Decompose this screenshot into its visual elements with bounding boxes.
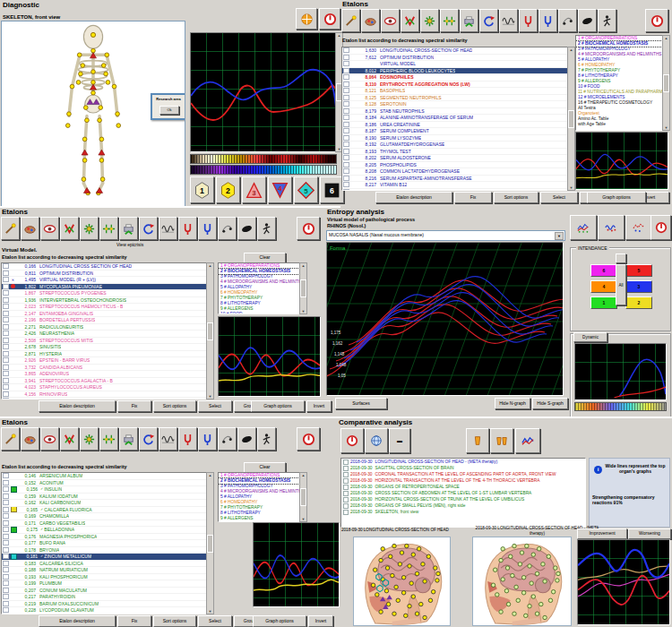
etalon-process-icon[interactable] [80,217,99,240]
row-checkbox[interactable] [343,128,349,133]
row-checkbox[interactable] [343,88,349,93]
main-graph[interactable] [190,32,337,152]
etalon-row[interactable]: 8,190SERUM LYSOZYME [342,135,567,142]
row-checkbox[interactable] [3,324,9,330]
row-checkbox[interactable] [343,168,349,174]
stop-button-comparative[interactable] [340,428,364,453]
dynamic-label-button[interactable]: Dynamic [573,332,607,342]
etalon-row[interactable]: 4,310HERPES SIMPLEX [2,398,206,399]
double-analysis-button[interactable] [490,428,513,453]
row-checkbox[interactable] [3,284,9,289]
melody-test-icon[interactable] [218,427,237,451]
row-checkbox[interactable] [3,317,9,322]
row-checkbox[interactable] [3,480,9,485]
etalon-list-bottom[interactable]: 0,146ARSENICUM ALBUM0,152ACONITUM0,156✓I… [1,472,207,614]
stop-button-top[interactable] [319,8,340,30]
filter-bean-icon[interactable] [237,217,256,240]
row-checkbox[interactable] [3,574,9,580]
graph-mode-3-button[interactable] [625,215,652,240]
etalon-row[interactable]: 2,926EPSTEIN - BARR VIRUS [2,357,206,365]
etalon-row[interactable]: 1,867STREPTOCOCCUS PYOGENES [2,290,206,297]
etalon-row[interactable]: 8,208COMMON LACTATDEHYDROGENASE [342,168,567,176]
etalon-row[interactable]: 2,508STREPTOCOCCUS MITIS [2,338,206,345]
etalon-row[interactable]: 0,228LYCOPODIUM CLAVATUM [2,607,206,614]
select-button[interactable]: Select [198,615,232,627]
head-image-after[interactable] [472,537,572,626]
group-row[interactable]: 10 # FOOD [219,312,299,314]
scale-button[interactable] [296,8,317,30]
etalon-row[interactable]: 8,205PHOSPHOLIPIDS [342,162,567,169]
stop-button-right[interactable] [650,215,671,240]
comparison-row[interactable]: 2018-09-30CORONAL TRANSACTION AT THE LEV… [341,471,585,477]
row-checkbox[interactable] [3,277,9,282]
row-checkbox[interactable] [3,271,9,276]
etalon-row[interactable]: VIRTUAL MODEL [342,61,567,68]
intendance-all-button[interactable]: All [616,264,626,305]
group-list-top[interactable]: 1 # ORGANOPREPARATIONS2 # BIOCHEMICAL HO… [575,35,663,131]
row-checkbox[interactable] [343,162,349,167]
etalon-description-button[interactable]: Etalon description [39,400,116,412]
improvement-button[interactable]: Improvement [577,528,627,539]
etalon-row[interactable]: 0,199PLUMBUM [2,580,206,588]
etalon-row[interactable]: 3,732CANDIDA ALBICANS [2,365,206,372]
row-checkbox[interactable] [3,520,9,526]
reset-icon[interactable] [139,217,158,240]
comparison-row[interactable]: 2018-09-30HORIZONTAL TRANSACTION AT THE … [341,477,585,484]
row-checkbox[interactable] [3,391,9,397]
etalon-row[interactable]: 8,110ERYTHROCYTE AGGREGATION NOS (LW) [342,82,567,89]
melody-test-icon[interactable] [558,9,577,32]
fix-button[interactable]: Fix [117,400,151,412]
comparison-row[interactable]: 2018-09-30CROSS SECTION OF ABDOMEN AT TH… [341,490,585,496]
sort-options-button[interactable]: Sort options [494,192,538,203]
graph-mode-1-button[interactable] [570,215,597,240]
etalon-list-mid[interactable]: 0,166LONGITUDINAL CROSS SECTION OF HEAD0… [1,262,207,399]
biorhythms-icon[interactable] [257,427,276,451]
tuning-fork-blue-icon[interactable] [538,9,557,32]
etalon-row[interactable]: 7,612OPTIMUM DISTRIBUTION [342,55,567,62]
etalon-row[interactable]: 4,156RHINOVIRUS [2,391,206,399]
nls-spectrum-icon[interactable] [159,217,177,240]
etalon-row[interactable]: 0,162KALI CARBONICUM [2,500,206,507]
comparison-row[interactable]: 2018-09-30HORIZONTAL CROSS-SECTION OF TR… [341,496,585,502]
magic-wand-icon[interactable] [341,9,360,32]
row-checkbox[interactable] [3,365,9,370]
row-checkbox[interactable] [343,47,349,53]
etalon-description-button[interactable]: Etalon description [375,192,452,203]
etalon-row[interactable]: 8,187SERUM COMPLEMENT [342,128,567,135]
hide-n-graph-button[interactable]: Hide N-graph [495,398,530,409]
reset-icon[interactable] [479,9,498,32]
tuning-fork-red-icon[interactable] [178,217,197,240]
row-checkbox[interactable] [343,95,349,100]
row-checkbox[interactable] [343,189,349,191]
etalon-process-2-icon[interactable] [99,217,118,240]
comparison-row[interactable]: 2018-09-30SAGITTAL CROSS-SECTION OF BRAI… [341,465,585,471]
hide-s-graph-button[interactable]: Hide S-graph [532,398,568,409]
etalon-row[interactable]: 8,202SERUM ALDOSTERONE [342,155,567,162]
etalon-list-top-scrollbar[interactable]: ▲▼ [567,47,575,191]
row-checkbox[interactable] [343,155,349,160]
intendance-button[interactable]: 3 [625,280,652,293]
etalon-row[interactable]: 0,217PARATHYROIDIN [2,594,206,601]
eye-diagnostics-icon[interactable] [381,9,400,32]
group-list-mid[interactable]: 1 # ORGANOPREPARATIONS2 # BIOCHEMICAL HO… [218,262,300,314]
mark-3-button[interactable]: 3 [242,176,266,203]
intendance-button[interactable]: 5 [625,264,652,277]
row-checkbox[interactable] [3,561,9,566]
row-checkbox[interactable] [3,357,9,363]
mark-5-button[interactable]: 5 [294,176,318,203]
etalon-row[interactable]: 1,802MYCOPLASMA PNEUMONIAE [2,284,206,291]
research-area-ok-button[interactable]: Ok [159,106,179,115]
etalon-row[interactable]: 1,936INTERVERTEBRAL OSTEOCHONDROSIS [2,297,206,305]
row-checkbox[interactable] [3,398,9,399]
etalon-row[interactable]: 8,128SEROTONIN [342,101,567,108]
row-checkbox[interactable] [343,101,349,107]
mark-1-button[interactable]: 1 [190,176,214,203]
row-checkbox[interactable] [343,61,349,66]
intendance-button[interactable]: 4 [590,280,617,293]
invert-button[interactable]: Invert [308,615,333,627]
anatomy-view[interactable]: Research area Ok [1,21,185,207]
etalon-row[interactable]: 0,193KALI PHOSPHORICUM [2,574,206,581]
row-checkbox[interactable] [3,263,9,269]
etalon-row[interactable]: 0,169CHAMOMILLA [2,513,206,520]
group-list-bottom[interactable]: 1 # ORGANOPREPARATIONS2 # BIOCHEMICAL HO… [218,472,300,522]
